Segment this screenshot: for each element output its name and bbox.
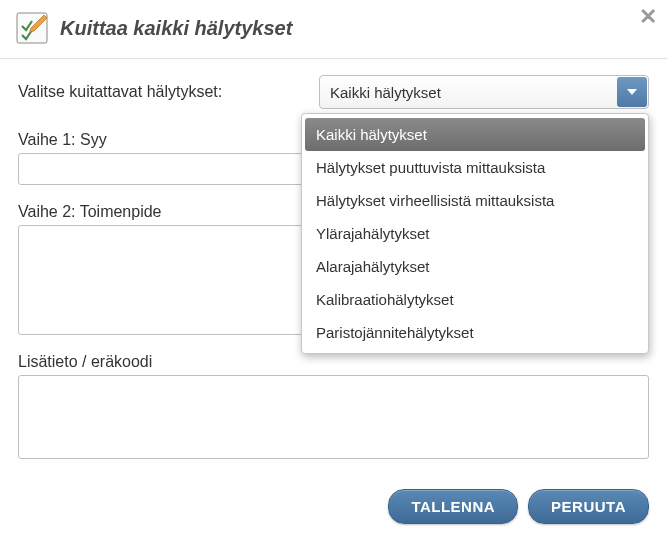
select-display[interactable]: Kaikki hälytykset [319, 75, 649, 109]
dropdown-option[interactable]: Kaikki hälytykset [305, 118, 645, 151]
save-button[interactable]: TALLENNA [388, 489, 518, 524]
select-row: Valitse kuitattavat hälytykset: Kaikki h… [18, 75, 649, 109]
dropdown-option[interactable]: Hälytykset puuttuvista mittauksista [302, 151, 648, 184]
select-value: Kaikki hälytykset [330, 84, 441, 101]
dropdown-option[interactable]: Ylärajahälytykset [302, 217, 648, 250]
chevron-down-icon[interactable] [617, 77, 647, 107]
ack-icon [16, 12, 48, 44]
cancel-button[interactable]: PERUUTA [528, 489, 649, 524]
dialog-body: Valitse kuitattavat hälytykset: Kaikki h… [0, 59, 667, 489]
dropdown-option[interactable]: Paristojännitehälytykset [302, 316, 648, 349]
dialog: Kuittaa kaikki hälytykset ✕ Valitse kuit… [0, 0, 667, 544]
extra-label: Lisätieto / eräkoodi [18, 353, 649, 371]
dropdown-option[interactable]: Kalibraatiohälytykset [302, 283, 648, 316]
close-icon[interactable]: ✕ [639, 6, 657, 28]
extra-input[interactable] [18, 375, 649, 459]
dropdown-option[interactable]: Hälytykset virheellisistä mittauksista [302, 184, 648, 217]
dialog-header: Kuittaa kaikki hälytykset ✕ [0, 0, 667, 59]
dropdown-option[interactable]: Alarajahälytykset [302, 250, 648, 283]
alarm-type-dropdown: Kaikki hälytykset Hälytykset puuttuvista… [301, 113, 649, 354]
select-label: Valitse kuitattavat hälytykset: [18, 83, 222, 101]
svg-marker-2 [627, 89, 637, 95]
dialog-footer: TALLENNA PERUUTA [0, 489, 667, 538]
alarm-type-select[interactable]: Kaikki hälytykset [319, 75, 649, 109]
dialog-title: Kuittaa kaikki hälytykset [60, 17, 292, 40]
